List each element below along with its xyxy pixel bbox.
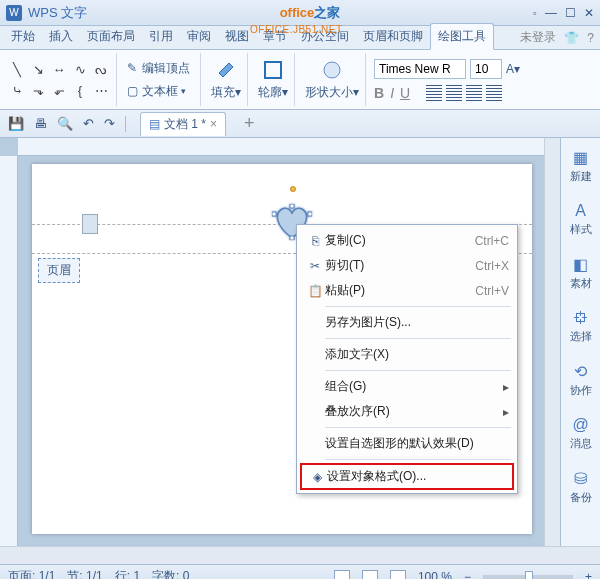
curve-tool[interactable]: ∿ bbox=[71, 60, 89, 78]
status-row[interactable]: 行: 1 bbox=[115, 568, 140, 579]
view-print-button[interactable] bbox=[334, 570, 350, 580]
connector-tool[interactable]: ⤷ bbox=[8, 81, 26, 99]
zoom-slider[interactable] bbox=[483, 575, 573, 579]
zoom-value[interactable]: 100 % bbox=[418, 570, 452, 580]
tab-header-footer[interactable]: 页眉和页脚 bbox=[356, 24, 430, 49]
doc-tab-label: 文档 1 * bbox=[164, 116, 206, 133]
title-bar: W WPS 文字 office之家 ◦ — ☐ ✕ bbox=[0, 0, 600, 26]
status-chars[interactable]: 字数: 0 bbox=[152, 568, 189, 579]
bold-button[interactable]: B bbox=[374, 85, 384, 101]
sidepanel-new[interactable]: ▦新建 bbox=[570, 148, 592, 184]
placeholder-icon bbox=[82, 214, 98, 234]
more-shapes[interactable]: ⋯ bbox=[92, 81, 110, 99]
shape-size-button[interactable]: 形状大小▾ bbox=[299, 53, 366, 106]
preview-icon[interactable]: 🔍 bbox=[57, 116, 73, 131]
sidepanel-backup[interactable]: ⛁备份 bbox=[570, 469, 592, 505]
menu-save-as-image[interactable]: 另存为图片(S)... bbox=[297, 310, 517, 335]
tab-review[interactable]: 审阅 bbox=[180, 24, 218, 49]
svg-rect-2 bbox=[272, 212, 276, 216]
save-icon[interactable]: 💾 bbox=[8, 116, 24, 131]
double-arrow-tool[interactable]: ↔ bbox=[50, 60, 68, 78]
help-button[interactable]: ◦ bbox=[533, 6, 537, 20]
svg-rect-5 bbox=[290, 236, 294, 240]
collab-icon: ⟲ bbox=[574, 362, 587, 381]
font-size-select[interactable] bbox=[470, 59, 502, 79]
italic-button[interactable]: I bbox=[390, 85, 394, 101]
menu-paste[interactable]: 📋粘贴(P)Ctrl+V bbox=[297, 278, 517, 303]
svg-rect-3 bbox=[308, 212, 312, 216]
rotation-handle[interactable] bbox=[290, 186, 296, 192]
sidepanel-styles[interactable]: A样式 bbox=[570, 202, 592, 237]
status-page[interactable]: 页面: 1/1 bbox=[8, 568, 55, 579]
underline-button[interactable]: U bbox=[400, 85, 410, 101]
sidepanel-collab[interactable]: ⟲协作 bbox=[570, 362, 592, 398]
align-right-button[interactable] bbox=[466, 85, 482, 101]
font-name-select[interactable] bbox=[374, 59, 466, 79]
assets-icon: ◧ bbox=[573, 255, 588, 274]
tab-start[interactable]: 开始 bbox=[4, 24, 42, 49]
font-color-button[interactable]: A▾ bbox=[506, 62, 520, 76]
menu-group[interactable]: 组合(G)▸ bbox=[297, 374, 517, 399]
paste-icon: 📋 bbox=[305, 284, 325, 298]
login-status[interactable]: 未登录 bbox=[520, 29, 556, 46]
menu-cut[interactable]: ✂剪切(T)Ctrl+X bbox=[297, 253, 517, 278]
tab-layout[interactable]: 页面布局 bbox=[80, 24, 142, 49]
document-tab[interactable]: ▤ 文档 1 * × bbox=[140, 112, 226, 136]
sidepanel-select[interactable]: ⯐选择 bbox=[570, 309, 592, 344]
align-justify-button[interactable] bbox=[486, 85, 502, 101]
fill-button[interactable]: 填充▾ bbox=[205, 53, 248, 106]
outline-button[interactable]: 轮廓▾ bbox=[252, 53, 295, 106]
new-tab-button[interactable]: + bbox=[244, 113, 255, 134]
redo-icon[interactable]: ↷ bbox=[104, 116, 115, 131]
minimize-button[interactable]: — bbox=[545, 6, 557, 20]
sidepanel-assets[interactable]: ◧素材 bbox=[570, 255, 592, 291]
align-center-button[interactable] bbox=[446, 85, 462, 101]
menu-format-object[interactable]: ◈设置对象格式(O)... bbox=[300, 463, 514, 490]
arrow-tool[interactable]: ↘ bbox=[29, 60, 47, 78]
side-panel: ▦新建 A样式 ◧素材 ⯐选择 ⟲协作 @消息 ⛁备份 bbox=[560, 138, 600, 546]
cut-icon: ✂ bbox=[305, 259, 325, 273]
maximize-button[interactable]: ☐ bbox=[565, 6, 576, 20]
zoom-out-button[interactable]: − bbox=[464, 570, 471, 580]
angle-tool[interactable]: ⬐ bbox=[50, 81, 68, 99]
new-icon: ▦ bbox=[573, 148, 588, 167]
freeform-tool[interactable]: ᔓ bbox=[92, 60, 110, 78]
styles-icon: A bbox=[575, 202, 586, 220]
ribbon-tabs: OFFICE.JB51.NET 开始 插入 页面布局 引用 审阅 视图 章节 办… bbox=[0, 26, 600, 50]
view-web-button[interactable] bbox=[390, 570, 406, 580]
horizontal-scrollbar[interactable] bbox=[0, 546, 600, 564]
tab-references[interactable]: 引用 bbox=[142, 24, 180, 49]
tab-insert[interactable]: 插入 bbox=[42, 24, 80, 49]
edit-vertex-button[interactable]: ✎编辑顶点 bbox=[121, 58, 194, 79]
menu-set-default[interactable]: 设置自选图形的默认效果(D) bbox=[297, 431, 517, 456]
horizontal-ruler[interactable] bbox=[18, 138, 560, 156]
backup-icon: ⛁ bbox=[574, 469, 587, 488]
status-section[interactable]: 节: 1/1 bbox=[67, 568, 102, 579]
menu-add-text[interactable]: 添加文字(X) bbox=[297, 342, 517, 367]
help-icon[interactable]: ? bbox=[587, 31, 594, 45]
vertical-scrollbar[interactable] bbox=[544, 138, 560, 546]
line-tool[interactable]: ╲ bbox=[8, 60, 26, 78]
watermark-url: OFFICE.JB51.NET bbox=[250, 24, 343, 35]
menu-order[interactable]: 叠放次序(R)▸ bbox=[297, 399, 517, 424]
context-menu: ⎘复制(C)Ctrl+C ✂剪切(T)Ctrl+X 📋粘贴(P)Ctrl+V 另… bbox=[296, 224, 518, 494]
align-left-button[interactable] bbox=[426, 85, 442, 101]
elbow-tool[interactable]: ⬎ bbox=[29, 81, 47, 99]
tab-drawing-tools[interactable]: 绘图工具 bbox=[430, 23, 494, 50]
undo-icon[interactable]: ↶ bbox=[83, 116, 94, 131]
zoom-in-button[interactable]: + bbox=[585, 570, 592, 580]
sidepanel-messages[interactable]: @消息 bbox=[570, 416, 592, 451]
print-icon[interactable]: 🖶 bbox=[34, 116, 47, 131]
format-icon: ◈ bbox=[307, 470, 327, 484]
view-outline-button[interactable] bbox=[362, 570, 378, 580]
bracket-tool[interactable]: { bbox=[71, 81, 89, 99]
tshirt-icon[interactable]: 👕 bbox=[564, 31, 579, 45]
watermark: office之家 bbox=[87, 4, 533, 22]
close-tab-icon[interactable]: × bbox=[210, 117, 217, 131]
close-button[interactable]: ✕ bbox=[584, 6, 594, 20]
textbox-button[interactable]: ▢文本框 ▾ bbox=[121, 81, 194, 102]
vertical-ruler[interactable] bbox=[0, 156, 18, 546]
ribbon: ╲ ↘ ↔ ∿ ᔓ ⤷ ⬎ ⬐ { ⋯ ✎编辑顶点 ▢文本框 ▾ 填充▾ 轮廓▾… bbox=[0, 50, 600, 110]
menu-copy[interactable]: ⎘复制(C)Ctrl+C bbox=[297, 228, 517, 253]
app-title: WPS 文字 bbox=[28, 4, 87, 22]
